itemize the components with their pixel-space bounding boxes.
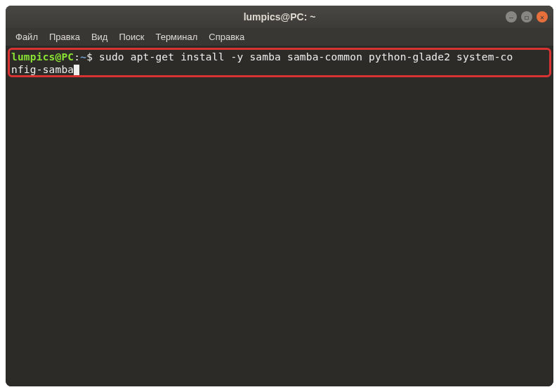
cursor-icon (74, 65, 79, 75)
prompt-user: lumpics@PC (11, 51, 74, 63)
window-title: lumpics@PC: ~ (244, 11, 316, 22)
close-icon: ✕ (540, 13, 544, 21)
menubar: Файл Правка Вид Поиск Терминал Справка (6, 28, 553, 46)
menu-help[interactable]: Справка (204, 30, 249, 44)
prompt-separator: : (74, 51, 80, 63)
prompt-path: ~ (80, 51, 86, 63)
menu-file[interactable]: Файл (11, 30, 42, 44)
menu-terminal[interactable]: Терминал (151, 30, 202, 44)
menu-view[interactable]: Вид (87, 30, 112, 44)
window-controls: – ◻ ✕ (506, 11, 548, 22)
maximize-icon: ◻ (525, 13, 529, 21)
terminal-body[interactable]: lumpics@PC:~$ sudo apt-get install -y sa… (6, 46, 553, 386)
command-text-2: nfig-samba (11, 64, 74, 75)
minimize-button[interactable]: – (506, 11, 517, 22)
titlebar[interactable]: lumpics@PC: ~ – ◻ ✕ (6, 6, 553, 28)
terminal-line-2: nfig-samba (11, 63, 548, 76)
menu-edit[interactable]: Правка (45, 30, 84, 44)
prompt-dollar: $ (86, 51, 99, 63)
minimize-icon: – (509, 13, 513, 21)
close-button[interactable]: ✕ (537, 11, 548, 22)
menu-search[interactable]: Поиск (114, 30, 148, 44)
terminal-window: lumpics@PC: ~ – ◻ ✕ Файл Правка Вид Поис… (6, 6, 553, 386)
terminal-line-1: lumpics@PC:~$ sudo apt-get install -y sa… (11, 51, 548, 63)
maximize-button[interactable]: ◻ (521, 11, 532, 22)
command-text-1: sudo apt-get install -y samba samba-comm… (99, 51, 513, 63)
